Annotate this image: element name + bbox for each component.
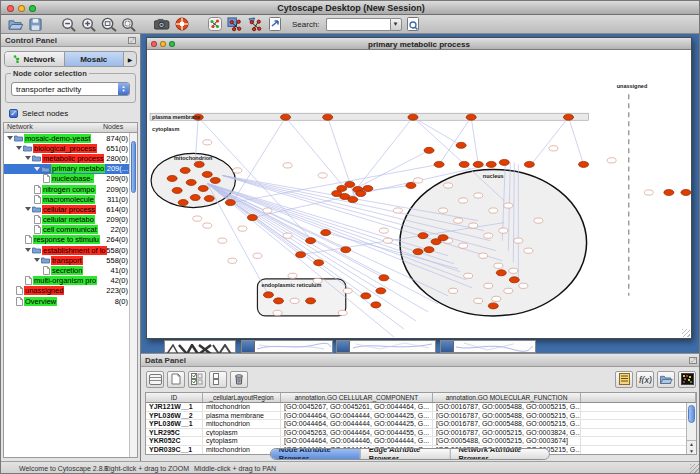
network-node-unselected[interactable] bbox=[283, 233, 292, 238]
network-node[interactable] bbox=[178, 200, 188, 206]
tree-row-unassigned[interactable]: unassigned223(0) bbox=[4, 286, 137, 296]
column-header-3[interactable]: annotation.GO CELLULAR_COMPONENT bbox=[281, 393, 433, 402]
network-node[interactable] bbox=[263, 292, 273, 298]
network-node[interactable] bbox=[186, 179, 196, 185]
network-node-unselected[interactable] bbox=[549, 146, 558, 151]
network-node-unselected[interactable] bbox=[492, 296, 501, 301]
network-node[interactable] bbox=[194, 161, 204, 167]
tab-mosaic[interactable]: Mosaic bbox=[65, 52, 125, 66]
tree-row-nitrogen-compo[interactable]: nitrogen compo209(0) bbox=[4, 184, 137, 194]
network-node-unselected[interactable] bbox=[474, 298, 483, 303]
network-node-unselected[interactable] bbox=[283, 163, 292, 168]
table-scrollbar-thumb[interactable] bbox=[688, 405, 695, 423]
tree-row-metabolic-process[interactable]: metabolic process280(0) bbox=[4, 153, 137, 163]
select-attributes-icon[interactable] bbox=[188, 371, 206, 388]
network-node[interactable] bbox=[499, 159, 509, 165]
network-node-unselected[interactable] bbox=[534, 218, 543, 223]
import-attributes-icon[interactable] bbox=[657, 371, 675, 388]
zoom-selected-region-icon[interactable] bbox=[100, 16, 117, 32]
network-node-unselected[interactable] bbox=[228, 258, 237, 263]
new-attribute-icon[interactable] bbox=[167, 371, 185, 388]
window-titlebar[interactable]: Cytoscape Desktop (New Session) bbox=[1, 1, 700, 15]
table-row-YLR295C[interactable]: YLR295Ccytoplasm[GO:0045263, GO:0044464,… bbox=[146, 429, 696, 438]
network-node-unselected[interactable] bbox=[393, 208, 402, 213]
network-node[interactable] bbox=[408, 114, 418, 120]
tree-row-primary-metabo[interactable]: primary metabo209(... bbox=[4, 164, 137, 174]
node-color-dropdown[interactable]: transporter activity ▲▼ bbox=[11, 82, 130, 96]
network-node[interactable] bbox=[681, 189, 691, 195]
network-node-unselected[interactable] bbox=[607, 158, 616, 163]
network-node[interactable] bbox=[459, 161, 469, 167]
network-node[interactable] bbox=[434, 161, 444, 167]
network-node[interactable] bbox=[361, 293, 371, 299]
network-node[interactable] bbox=[509, 277, 519, 283]
network-node-unselected[interactable] bbox=[318, 173, 327, 178]
network-node[interactable] bbox=[321, 230, 331, 236]
network-node[interactable] bbox=[466, 114, 476, 120]
network-view-window[interactable]: primary metabolic process plasma membran… bbox=[146, 37, 692, 339]
network-node-unselected[interactable] bbox=[524, 248, 533, 253]
tree-row-macromolecule[interactable]: macromolecule311(0) bbox=[4, 194, 137, 204]
network-node[interactable] bbox=[564, 114, 574, 120]
tree-row-secretion[interactable]: secretion41(0) bbox=[4, 265, 137, 275]
network-node-unselected[interactable] bbox=[459, 198, 468, 203]
network-node-unselected[interactable] bbox=[338, 310, 347, 315]
network-node-unselected[interactable] bbox=[449, 288, 458, 293]
network-node-unselected[interactable] bbox=[379, 228, 388, 233]
network-node[interactable] bbox=[456, 142, 466, 148]
network-node-unselected[interactable] bbox=[474, 193, 483, 198]
network-node[interactable] bbox=[438, 235, 448, 241]
network-node[interactable] bbox=[323, 114, 333, 120]
network-node[interactable] bbox=[486, 161, 496, 167]
network-node[interactable] bbox=[488, 303, 498, 309]
tree-scrollbar[interactable] bbox=[129, 133, 137, 457]
tree-row-overview[interactable]: Overview8(0) bbox=[4, 296, 137, 306]
background-window-fragment[interactable] bbox=[440, 340, 536, 353]
network-node-unselected[interactable] bbox=[479, 253, 488, 258]
network-node[interactable] bbox=[473, 161, 483, 167]
network-node-unselected[interactable] bbox=[253, 253, 262, 258]
window-resize-grip[interactable] bbox=[690, 464, 699, 473]
network-node[interactable] bbox=[247, 215, 257, 221]
network-window-resize-grip[interactable] bbox=[682, 329, 690, 337]
network-node-unselected[interactable] bbox=[290, 298, 299, 303]
network-node-unselected[interactable] bbox=[273, 310, 282, 315]
network-node-unselected[interactable] bbox=[343, 288, 352, 293]
network-node[interactable] bbox=[172, 187, 182, 193]
network-node[interactable] bbox=[424, 247, 434, 253]
network-node-unselected[interactable] bbox=[484, 283, 493, 288]
network-node-unselected[interactable] bbox=[499, 228, 508, 233]
unselect-attributes-icon[interactable] bbox=[209, 371, 227, 388]
tab-node-attribute-browser[interactable]: Node Attribute Browser bbox=[271, 449, 361, 459]
table-row-YJR121W__1[interactable]: YJR121W__1mitochondrion[GO:0045267, GO:0… bbox=[146, 403, 696, 412]
network-node[interactable] bbox=[379, 275, 389, 281]
search-dropdown-icon[interactable]: ▼ bbox=[390, 18, 402, 31]
expand-triangle-icon[interactable] bbox=[7, 136, 13, 140]
attribute-table-icon[interactable] bbox=[146, 371, 164, 388]
tree-row-cellular-metabo[interactable]: cellular metabo209(0) bbox=[4, 215, 137, 225]
search-input[interactable] bbox=[326, 18, 390, 31]
tree-row-biological-process[interactable]: biological_process651(0) bbox=[4, 143, 137, 153]
expand-triangle-icon[interactable] bbox=[16, 146, 22, 150]
attribute-matrix-icon[interactable] bbox=[678, 371, 696, 388]
help-ring-icon[interactable] bbox=[173, 16, 190, 32]
network-node[interactable] bbox=[418, 233, 428, 239]
tree-row-cellular-process[interactable]: cellular process614(0) bbox=[4, 204, 137, 214]
tab-network[interactable]: Network bbox=[5, 52, 65, 66]
network-node-unselected[interactable] bbox=[238, 226, 247, 231]
network-node[interactable] bbox=[371, 302, 381, 308]
attribute-list-icon[interactable] bbox=[615, 371, 633, 388]
open-file-button[interactable] bbox=[7, 16, 24, 32]
network-node[interactable] bbox=[198, 185, 208, 191]
background-window-fragment[interactable] bbox=[241, 340, 333, 353]
background-window-fragment[interactable] bbox=[164, 340, 236, 353]
tree-row-multi-organism-pro[interactable]: multi-organism pro42(0) bbox=[4, 276, 137, 286]
network-window-titlebar[interactable]: primary metabolic process bbox=[147, 38, 691, 50]
tree-row-cell-communicat[interactable]: cell communicat22(0) bbox=[4, 225, 137, 235]
float-panel-icon[interactable]: ⤢ bbox=[689, 357, 697, 364]
table-scrollbar[interactable]: ▲▼ bbox=[686, 403, 696, 454]
network-node-unselected[interactable] bbox=[514, 238, 523, 243]
column-header-1[interactable]: ID bbox=[146, 393, 203, 402]
table-row-YPL036W__1[interactable]: YPL036W__1mitochondrion[GO:0044464, GO:0… bbox=[146, 420, 696, 429]
column-header-2[interactable]: _cellularLayoutRegion bbox=[203, 393, 281, 402]
